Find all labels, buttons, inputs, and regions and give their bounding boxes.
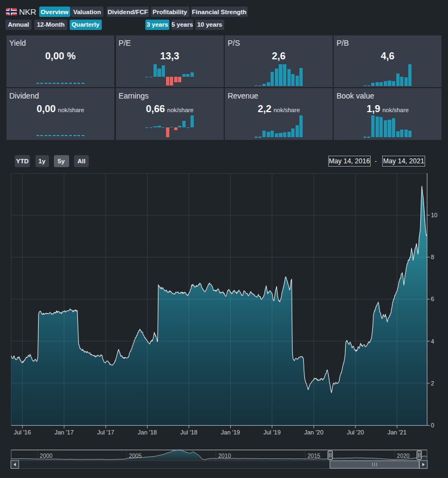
svg-text:Jul '17: Jul '17 — [97, 429, 114, 436]
svg-text:2000: 2000 — [40, 452, 53, 459]
svg-text:2: 2 — [431, 380, 434, 387]
svg-text:2005: 2005 — [129, 452, 142, 459]
svg-text:6: 6 — [431, 296, 434, 302]
svg-text:Jan '17: Jan '17 — [54, 429, 73, 436]
svg-text:Jul '16: Jul '16 — [14, 429, 30, 436]
svg-text:Jan '19: Jan '19 — [221, 429, 240, 436]
svg-text:Jan '18: Jan '18 — [138, 429, 157, 436]
svg-text:Jul '18: Jul '18 — [180, 429, 197, 436]
svg-text:Jul '20: Jul '20 — [347, 429, 364, 436]
svg-text:Jan '21: Jan '21 — [388, 429, 407, 436]
svg-text:10: 10 — [431, 212, 438, 218]
svg-text:2015: 2015 — [308, 452, 321, 459]
svg-text:0: 0 — [431, 422, 434, 428]
svg-text:8: 8 — [431, 254, 434, 260]
svg-text:2010: 2010 — [218, 452, 231, 459]
svg-text:Jan '20: Jan '20 — [304, 429, 323, 436]
svg-text:4: 4 — [431, 338, 434, 345]
svg-text:2020: 2020 — [397, 452, 410, 459]
svg-text:Jul '19: Jul '19 — [263, 429, 280, 436]
